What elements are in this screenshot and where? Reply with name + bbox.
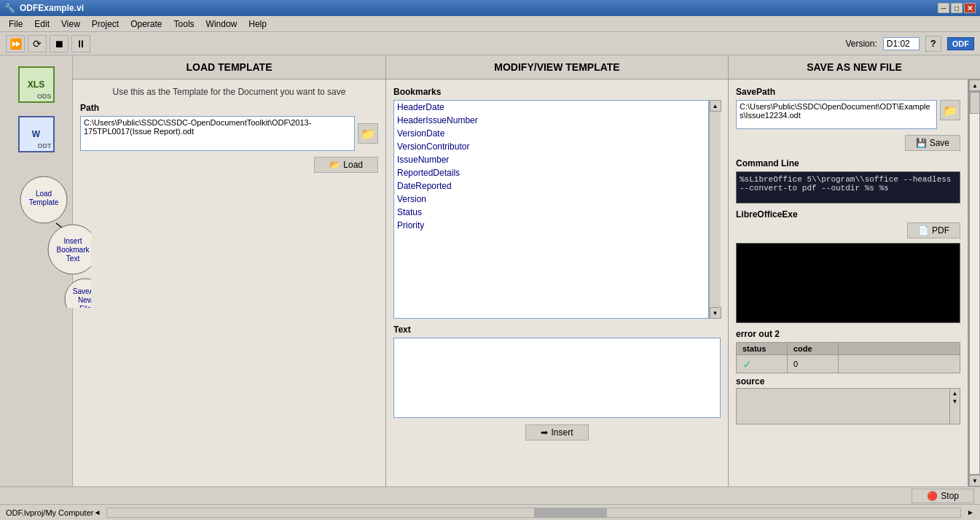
path-input[interactable]: C:\Users\Public\SSDC\SSDC-OpenDocumentTo… xyxy=(80,116,355,151)
main-scroll-down[interactable]: ▼ xyxy=(969,475,980,486)
maximize-button[interactable]: □ xyxy=(951,3,963,13)
menu-bar: File Edit View Project Operate Tools Win… xyxy=(0,16,980,32)
code-col-header: code xyxy=(788,343,839,354)
source-scroll-down[interactable]: ▼ xyxy=(952,398,958,405)
text-label: Text xyxy=(393,325,721,335)
menu-project[interactable]: Project xyxy=(86,18,125,31)
save-new-file-panel: SavePath C:\Users\Public\SSDC\OpenDocume… xyxy=(729,79,968,486)
svg-text:SaveAs: SaveAs xyxy=(73,287,91,295)
save-button[interactable]: 💾 Save xyxy=(905,135,960,151)
bookmarks-label: Bookmarks xyxy=(393,87,721,97)
save-path-input[interactable]: C:\Users\Public\SSDC\OpenDocument\ODT\Ex… xyxy=(736,100,937,129)
run-icon: ⏩ xyxy=(9,38,22,50)
left-arrow-icon: ◄ xyxy=(93,508,101,516)
main-scroll-thumb[interactable] xyxy=(970,92,980,114)
stop-circle-icon: 🔴 xyxy=(927,491,938,501)
bookmark-version-date[interactable]: VersionDate xyxy=(394,127,708,140)
menu-view[interactable]: View xyxy=(55,18,86,31)
svg-text:Bookmark: Bookmark xyxy=(56,246,90,254)
svg-text:Text: Text xyxy=(66,255,80,263)
stop-icon: ⏹ xyxy=(54,38,64,50)
stop-toolbar-button[interactable]: ⏹ xyxy=(50,35,68,53)
source-box: ▲ ▼ xyxy=(736,388,960,424)
check-icon: ✓ xyxy=(742,357,752,371)
path-label: Path xyxy=(80,103,378,113)
source-scrollbar[interactable]: ▲ ▼ xyxy=(949,389,960,424)
insert-icon: ➡ xyxy=(541,427,548,438)
run-button[interactable]: ⏩ xyxy=(6,35,25,53)
bookmark-version[interactable]: Version xyxy=(394,193,708,206)
left-panel: XLS ODS W ODT xyxy=(0,55,73,486)
version-input[interactable] xyxy=(883,37,920,50)
scroll-up[interactable]: ▲ xyxy=(710,100,721,112)
text-area[interactable] xyxy=(393,338,721,418)
bookmarks-scrollbar[interactable]: ▲ ▼ xyxy=(709,100,721,319)
odt-file-icon[interactable]: W ODT xyxy=(11,112,62,156)
bookmark-reported-details[interactable]: ReportedDetails xyxy=(394,166,708,179)
stop-button[interactable]: 🔴 Stop xyxy=(912,489,974,503)
bookmark-header-issue[interactable]: HeaderIssueNumber xyxy=(394,114,708,127)
source-scroll-up[interactable]: ▲ xyxy=(952,390,958,397)
bookmark-date-reported[interactable]: DateReported xyxy=(394,179,708,193)
odf-button[interactable]: ODF xyxy=(947,37,974,50)
svg-text:Insert: Insert xyxy=(63,237,82,245)
right-arrow-icon: ► xyxy=(967,508,974,516)
bookmark-version-contrib[interactable]: VersionContributor xyxy=(394,140,708,153)
bookmark-header-date[interactable]: HeaderDate xyxy=(394,101,708,114)
main-scroll-up[interactable]: ▲ xyxy=(969,79,980,91)
minimize-button[interactable]: ─ xyxy=(938,3,949,13)
svg-text:Load: Load xyxy=(36,190,52,198)
load-button[interactable]: 📂 Load xyxy=(314,157,378,173)
xlsx-file-icon[interactable]: XLS ODS xyxy=(11,63,62,106)
browse-button[interactable]: 📁 xyxy=(358,123,378,144)
menu-help[interactable]: Help xyxy=(243,18,273,31)
bookmark-priority[interactable]: Priority xyxy=(394,219,708,232)
horizontal-scrollbar[interactable] xyxy=(106,508,961,518)
libre-label: LibreOfficeExe xyxy=(736,209,960,220)
menu-operate[interactable]: Operate xyxy=(125,18,168,31)
main-area: XLS ODS W ODT xyxy=(0,55,980,486)
h-scroll-thumb[interactable] xyxy=(534,508,607,517)
bookmark-issue-number[interactable]: IssueNumber xyxy=(394,153,708,166)
menu-file[interactable]: File xyxy=(3,18,28,31)
folder-icon: 📁 xyxy=(361,127,375,141)
save-icon: 💾 xyxy=(916,138,927,148)
main-scroll-track xyxy=(969,91,980,475)
svg-text:Template: Template xyxy=(29,198,59,206)
pdf-icon: 📄 xyxy=(918,225,929,236)
help-button[interactable]: ? xyxy=(925,36,941,52)
save-new-file-header: SAVE AS NEW FILE xyxy=(729,55,980,79)
error-label: error out 2 xyxy=(736,329,960,339)
scroll-down[interactable]: ▼ xyxy=(710,307,721,319)
modify-view-header: MODIFY/VIEW TEMPLATE xyxy=(386,55,729,79)
toolbar: ⏩ ⟳ ⏹ ⏸ Version: ? ODF xyxy=(0,32,980,55)
save-browse-button[interactable]: 📁 xyxy=(940,100,960,120)
pdf-button[interactable]: 📄 PDF xyxy=(907,222,960,238)
status-bar: ODF.lvproj/My Computer ◄ ► xyxy=(0,504,980,520)
title-bar: 🔧 ODFExample.vi ─ □ ✕ xyxy=(0,0,980,16)
reload-button[interactable]: ⟳ xyxy=(28,35,47,53)
right-scrollbar[interactable]: ▲ ▼ xyxy=(968,79,980,486)
bookmark-status[interactable]: Status xyxy=(394,206,708,219)
status-cell: ✓ xyxy=(737,355,788,373)
save-path-label: SavePath xyxy=(736,87,960,97)
libre-display xyxy=(736,243,960,323)
pause-button[interactable]: ⏸ xyxy=(71,35,90,53)
modify-view-panel: Bookmarks HeaderDate HeaderIssueNumber V… xyxy=(386,79,729,486)
app-icon: 🔧 xyxy=(4,3,15,13)
project-status: ODF.lvproj/My Computer xyxy=(6,508,93,517)
insert-button[interactable]: ➡ Insert xyxy=(525,424,588,441)
bookmarks-list[interactable]: HeaderDate HeaderIssueNumber VersionDate… xyxy=(393,100,709,319)
stop-bar: 🔴 Stop xyxy=(0,486,980,504)
diagram-container: Load Template Insert Bookmark Text SaveA… xyxy=(4,162,68,308)
menu-edit[interactable]: Edit xyxy=(28,18,55,31)
status-col-header: status xyxy=(737,343,788,354)
hint-text: Use this as the Template for the Documen… xyxy=(80,87,378,97)
load-icon: 📂 xyxy=(329,160,340,170)
version-label: Version: xyxy=(845,39,877,49)
menu-window[interactable]: Window xyxy=(200,18,243,31)
close-button[interactable]: ✕ xyxy=(964,3,976,13)
source-label: source xyxy=(736,376,960,387)
cmd-display: %sLibreOffice 5\\program\\soffice --head… xyxy=(736,171,960,203)
menu-tools[interactable]: Tools xyxy=(168,18,200,31)
